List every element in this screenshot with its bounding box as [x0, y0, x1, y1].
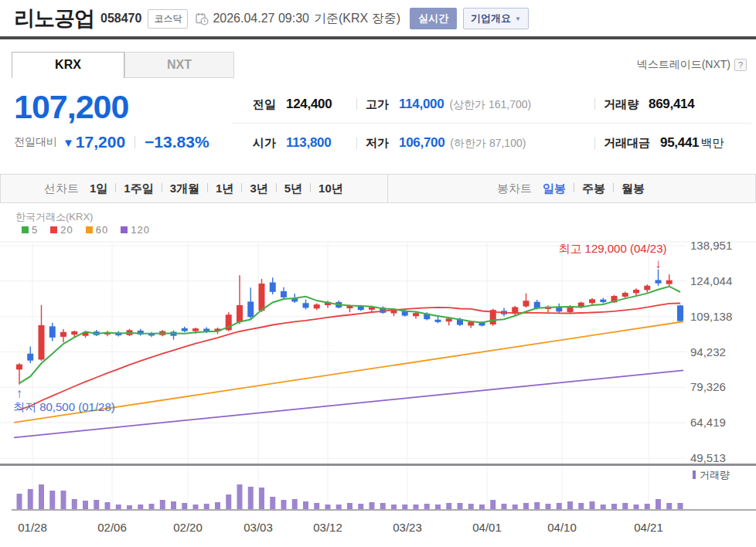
- volume-bar[interactable]: [116, 505, 121, 509]
- volume-bar[interactable]: [611, 504, 617, 509]
- volume-bar[interactable]: [39, 484, 44, 509]
- volume-bar[interactable]: [369, 502, 375, 509]
- volume-bar[interactable]: [259, 488, 264, 509]
- volume-bar[interactable]: [678, 503, 683, 509]
- volume-bar[interactable]: [446, 503, 451, 509]
- volume-bar[interactable]: [523, 503, 529, 509]
- volume-bar[interactable]: [226, 494, 231, 509]
- volume-bar[interactable]: [160, 500, 165, 509]
- volume-bar[interactable]: [358, 504, 363, 509]
- volume-bar[interactable]: [237, 484, 243, 509]
- line-period-1[interactable]: 1일: [90, 182, 107, 195]
- realtime-button[interactable]: 실시간: [410, 8, 457, 29]
- volume-bar[interactable]: [622, 503, 628, 509]
- candlestick[interactable]: [523, 294, 530, 307]
- market-tab-krx[interactable]: KRX: [12, 52, 124, 78]
- candlestick[interactable]: [545, 305, 551, 312]
- candlestick[interactable]: [171, 331, 177, 340]
- volume-bar[interactable]: [601, 505, 606, 509]
- volume-bar[interactable]: [557, 503, 562, 509]
- volume-bar[interactable]: [215, 502, 220, 509]
- candlestick[interactable]: [259, 279, 265, 312]
- candlestick[interactable]: [138, 329, 144, 336]
- volume-bar[interactable]: [546, 504, 551, 509]
- market-tab-nxt[interactable]: NXT: [124, 52, 234, 78]
- volume-bar[interactable]: [645, 504, 650, 509]
- line-period-4[interactable]: 1년: [216, 182, 233, 195]
- volume-bar[interactable]: [149, 504, 155, 509]
- volume-bar[interactable]: [534, 502, 540, 509]
- candlestick[interactable]: [512, 306, 518, 315]
- volume-bar[interactable]: [424, 504, 430, 509]
- volume-bar[interactable]: [634, 505, 639, 509]
- volume-bar[interactable]: [458, 503, 463, 509]
- candlestick[interactable]: [281, 287, 287, 299]
- candlestick[interactable]: [666, 274, 673, 286]
- volume-bar[interactable]: [513, 505, 518, 509]
- volume-bar[interactable]: [292, 499, 298, 509]
- volume-bar[interactable]: [127, 505, 132, 509]
- candlestick[interactable]: [237, 275, 243, 324]
- volume-bar[interactable]: [435, 505, 441, 509]
- volume-bar[interactable]: [590, 501, 595, 509]
- line-period-7[interactable]: 10년: [318, 182, 343, 195]
- volume-bar[interactable]: [336, 505, 342, 509]
- volume-bar[interactable]: [402, 505, 407, 509]
- volume-bar[interactable]: [502, 504, 507, 509]
- volume-bar[interactable]: [204, 504, 209, 509]
- volume-bar[interactable]: [391, 505, 397, 509]
- volume-bar[interactable]: [61, 491, 66, 509]
- candlestick[interactable]: [600, 297, 606, 303]
- volume-bar[interactable]: [138, 505, 143, 509]
- company-overview-button[interactable]: 기업개요▼: [463, 8, 529, 29]
- volume-bar[interactable]: [193, 505, 199, 509]
- candlestick[interactable]: [49, 323, 56, 341]
- candlestick[interactable]: [270, 277, 276, 294]
- volume-bar[interactable]: [666, 503, 672, 509]
- candlestick[interactable]: [644, 284, 650, 292]
- volume-bar[interactable]: [380, 503, 386, 509]
- volume-bar[interactable]: [281, 500, 287, 509]
- candle-period-1[interactable]: 일봉: [543, 182, 566, 195]
- volume-bar[interactable]: [414, 505, 419, 509]
- volume-bar[interactable]: [347, 503, 352, 509]
- candlestick[interactable]: [60, 329, 66, 342]
- candlestick[interactable]: [247, 287, 254, 319]
- volume-bar[interactable]: [49, 491, 55, 509]
- line-period-6[interactable]: 5년: [284, 182, 302, 195]
- candlestick[interactable]: [656, 270, 662, 287]
- volume-bar[interactable]: [17, 494, 22, 509]
- candlestick[interactable]: [39, 305, 45, 361]
- volume-bar[interactable]: [72, 499, 77, 509]
- volume-bar[interactable]: [248, 487, 254, 509]
- line-period-5[interactable]: 3년: [250, 182, 267, 195]
- volume-bar[interactable]: [270, 497, 275, 509]
- volume-bar[interactable]: [94, 500, 99, 509]
- candle-period-2[interactable]: 주봉: [582, 182, 605, 195]
- volume-legend-swatch: [693, 471, 696, 479]
- volume-bar[interactable]: [325, 505, 331, 509]
- line-period-3[interactable]: 3개월: [170, 182, 199, 195]
- volume-bar[interactable]: [479, 505, 485, 509]
- candlestick[interactable]: [303, 300, 309, 310]
- volume-bar[interactable]: [468, 504, 474, 509]
- volume-bar[interactable]: [490, 500, 495, 509]
- line-period-2[interactable]: 1주일: [124, 182, 153, 195]
- volume-bar[interactable]: [656, 499, 661, 509]
- candlestick[interactable]: [182, 327, 188, 332]
- volume-bar[interactable]: [105, 502, 111, 509]
- candlestick[interactable]: [589, 298, 595, 305]
- candlestick[interactable]: [314, 304, 320, 310]
- volume-bar[interactable]: [303, 501, 308, 509]
- volume-bar[interactable]: [314, 503, 319, 509]
- help-icon[interactable]: ?: [734, 59, 747, 71]
- candle-period-3[interactable]: 월봉: [621, 182, 645, 195]
- volume-bar[interactable]: [182, 503, 187, 509]
- candlestick[interactable]: [677, 305, 683, 322]
- volume-bar[interactable]: [171, 501, 176, 509]
- candlestick[interactable]: [556, 304, 562, 313]
- volume-bar[interactable]: [578, 503, 584, 509]
- volume-bar[interactable]: [83, 501, 88, 509]
- volume-bar[interactable]: [28, 489, 33, 509]
- volume-bar[interactable]: [567, 501, 573, 509]
